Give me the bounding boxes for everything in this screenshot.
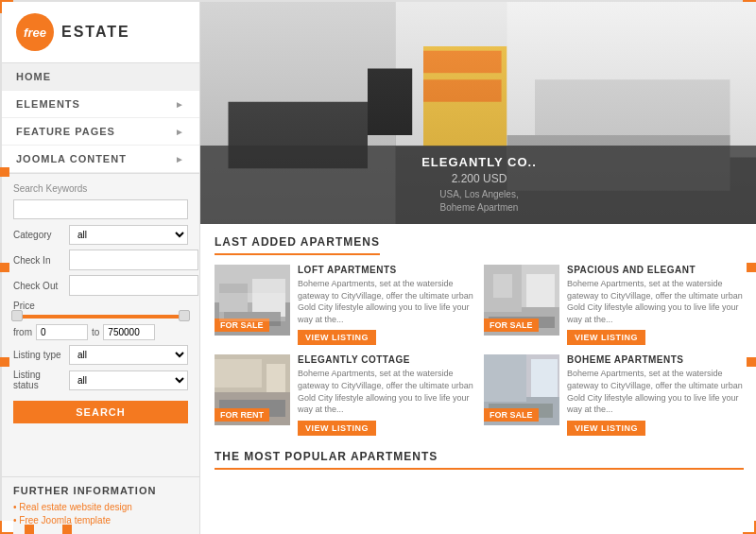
price-to-label: to bbox=[92, 327, 99, 337]
corner-br bbox=[743, 521, 756, 534]
apt-thumb-loft: FOR SALE bbox=[215, 265, 290, 336]
category-label: Category bbox=[13, 230, 65, 240]
boheme-desc: Boheme Apartments, set at the waterside … bbox=[567, 368, 744, 415]
left-arrow-indicator-3 bbox=[0, 167, 9, 177]
price-from-label: from bbox=[13, 327, 32, 337]
spacious-info: SPACIOUS AND ELEGANT Boheme Apartments, … bbox=[567, 265, 744, 345]
main-nav: HOME ELEMENTS ► FEATURE PAGES ► JOOMLA C… bbox=[2, 63, 199, 174]
last-added-section: LAST ADDED APARTMENS bbox=[215, 235, 744, 436]
right-arrow-indicator-2 bbox=[747, 357, 756, 367]
boheme-name: BOHEME APARTMENTS bbox=[567, 354, 744, 365]
svg-rect-8 bbox=[535, 79, 730, 146]
cottage-view-btn[interactable]: VIEW LISTING bbox=[298, 421, 376, 436]
listing-type-row: Listing type all bbox=[13, 345, 188, 365]
boheme-info: BOHEME APARTMENTS Boheme Apartments, set… bbox=[567, 354, 744, 435]
svg-rect-2 bbox=[396, 2, 757, 146]
nav-joomla-label: JOOMLA CONTENT bbox=[16, 153, 127, 164]
checkin-input[interactable] bbox=[69, 250, 198, 270]
svg-rect-28 bbox=[484, 354, 526, 402]
svg-rect-14 bbox=[252, 279, 285, 317]
corner-bl bbox=[0, 521, 13, 534]
price-from-input[interactable] bbox=[36, 324, 88, 340]
right-arrow-indicator bbox=[747, 263, 756, 272]
last-added-title: LAST ADDED APARTMENS bbox=[215, 235, 380, 255]
spacious-view-btn[interactable]: VIEW LISTING bbox=[567, 330, 645, 345]
listing-status-select[interactable]: all bbox=[69, 370, 188, 390]
price-inputs: from to bbox=[13, 324, 188, 340]
loft-view-btn[interactable]: VIEW LISTING bbox=[298, 330, 376, 345]
nav-item-joomla[interactable]: JOOMLA CONTENT ► bbox=[2, 146, 199, 173]
bottom-arrow-indicator-2 bbox=[62, 525, 72, 534]
apt-card-spacious: FOR SALE SPACIOUS AND ELEGANT Boheme Apa… bbox=[484, 265, 744, 345]
listing-type-select[interactable]: all bbox=[69, 345, 188, 365]
checkout-row: Check Out bbox=[13, 275, 188, 296]
hero-title: ELEGANTLY CO.. bbox=[215, 155, 744, 169]
nav-elements-arrow: ► bbox=[175, 99, 185, 110]
price-label: Price bbox=[13, 301, 188, 311]
cottage-name: ELEGANTLY COTTAGE bbox=[298, 354, 474, 365]
loft-desc: Boheme Apartments, set at the waterside … bbox=[298, 278, 474, 325]
price-to-input[interactable] bbox=[103, 324, 155, 340]
further-link-1[interactable]: Real estate website design bbox=[13, 502, 188, 512]
cottage-info: ELEGANTLY COTTAGE Boheme Apartments, set… bbox=[298, 354, 474, 435]
svg-rect-7 bbox=[507, 2, 757, 158]
nav-item-home[interactable]: HOME bbox=[2, 63, 199, 91]
price-range-fill bbox=[13, 315, 188, 319]
logo-free-text: free bbox=[24, 26, 46, 40]
search-keywords-input[interactable] bbox=[13, 199, 188, 219]
search-keywords-label: Search Keywords bbox=[13, 183, 188, 194]
loft-name: LOFT APARTMENTS bbox=[298, 265, 474, 275]
sidebar: free ESTATE HOME ELEMENTS ► FEATURE PAGE… bbox=[2, 2, 200, 534]
further-link-2[interactable]: Free Joomla template bbox=[13, 515, 188, 525]
apt-thumb-cottage: FOR RENT bbox=[215, 354, 290, 425]
svg-rect-23 bbox=[215, 359, 262, 388]
svg-rect-13 bbox=[219, 284, 248, 312]
svg-rect-19 bbox=[526, 274, 555, 307]
corner-tl bbox=[0, 0, 13, 13]
nav-elements-label: ELEMENTS bbox=[16, 98, 80, 110]
nav-item-feature-pages[interactable]: FEATURE PAGES ► bbox=[2, 118, 199, 146]
apt-card-boheme: FOR SALE BOHEME APARTMENTS Boheme Apartm… bbox=[484, 354, 744, 435]
search-button[interactable]: SEARCH bbox=[13, 401, 188, 423]
most-popular-title: THE MOST POPULAR APARTMENTS bbox=[215, 450, 744, 470]
hero-section: ELEGANTLY CO.. 2.200 USD USA, Los Angele… bbox=[200, 2, 756, 224]
hero-overlay: ELEGANTLY CO.. 2.200 USD USA, Los Angele… bbox=[200, 146, 756, 224]
category-select[interactable]: all bbox=[69, 225, 188, 245]
main-content: ELEGANTLY CO.. 2.200 USD USA, Los Angele… bbox=[200, 2, 756, 534]
loft-badge: FOR SALE bbox=[215, 319, 269, 332]
nav-item-elements[interactable]: ELEMENTS ► bbox=[2, 91, 199, 118]
left-arrow-indicator-2 bbox=[0, 357, 9, 367]
listing-status-label: Listing status bbox=[13, 370, 65, 390]
search-panel: Search Keywords Category all Check In Ch… bbox=[2, 174, 199, 476]
svg-rect-29 bbox=[531, 359, 558, 397]
apt-thumb-boheme: FOR SALE bbox=[484, 354, 559, 425]
listing-type-label: Listing type bbox=[13, 350, 65, 360]
cottage-badge: FOR RENT bbox=[215, 408, 269, 422]
spacious-name: SPACIOUS AND ELEGANT bbox=[567, 265, 744, 275]
boheme-view-btn[interactable]: VIEW LISTING bbox=[567, 421, 645, 436]
checkout-input[interactable] bbox=[69, 275, 198, 296]
nav-feature-label: FEATURE PAGES bbox=[16, 126, 115, 137]
checkin-label: Check In bbox=[13, 255, 65, 266]
brand-name: ESTATE bbox=[61, 24, 130, 41]
cottage-desc: Boheme Apartments, set at the waterside … bbox=[298, 368, 474, 415]
page-container: free ESTATE HOME ELEMENTS ► FEATURE PAGE… bbox=[0, 0, 756, 534]
bottom-arrow-indicator bbox=[25, 525, 34, 534]
apt-card-loft: FOR SALE LOFT APARTMENTS Boheme Apartmen… bbox=[215, 265, 474, 345]
svg-rect-4 bbox=[423, 46, 507, 146]
logo-icon: free bbox=[16, 13, 54, 51]
hero-location: USA, Los Angeles,Boheme Apartmen bbox=[215, 188, 744, 215]
svg-rect-18 bbox=[484, 265, 522, 312]
checkout-label: Check Out bbox=[13, 281, 65, 291]
price-handle-left[interactable] bbox=[11, 310, 23, 321]
category-row: Category all bbox=[13, 225, 188, 245]
price-range-bar bbox=[13, 315, 188, 319]
nav-joomla-arrow: ► bbox=[175, 154, 185, 164]
logo-area: free ESTATE bbox=[2, 2, 199, 63]
checkin-row: Check In bbox=[13, 250, 188, 270]
price-handle-right[interactable] bbox=[179, 310, 190, 321]
svg-rect-6 bbox=[423, 79, 502, 102]
svg-rect-5 bbox=[423, 51, 502, 73]
svg-rect-24 bbox=[266, 364, 285, 392]
further-info-title: FURTHER INFORMATION bbox=[13, 485, 188, 496]
